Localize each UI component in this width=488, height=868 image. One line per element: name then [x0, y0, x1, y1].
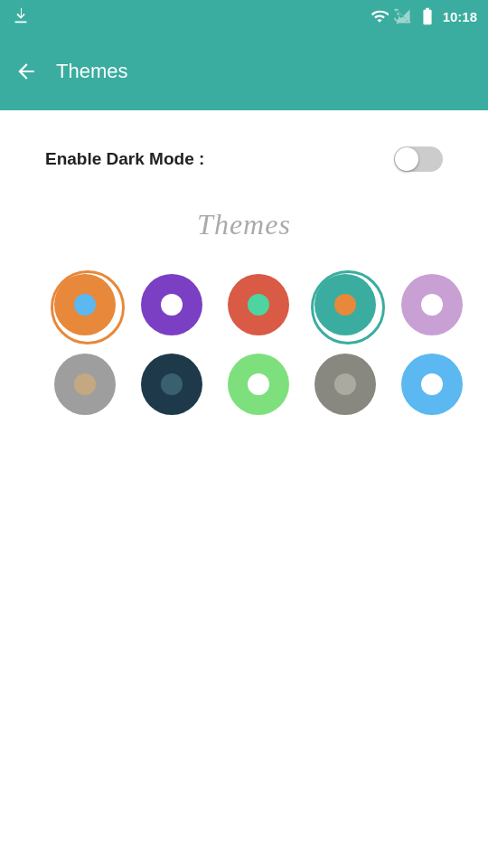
theme-light-green[interactable]: [228, 354, 289, 415]
theme-purple[interactable]: [141, 274, 202, 335]
circles-row-1: [45, 274, 443, 335]
theme-dark-navy[interactable]: [141, 354, 202, 415]
main-content: Enable Dark Mode : Themes: [0, 110, 488, 433]
status-bar-left: [11, 6, 31, 26]
theme-orange[interactable]: [54, 274, 116, 335]
battery-icon: [418, 6, 437, 26]
signal-off-icon: [394, 7, 412, 25]
dark-mode-row: Enable Dark Mode :: [45, 146, 443, 172]
wifi-icon: [371, 7, 389, 25]
circles-row-2: [45, 354, 443, 415]
theme-teal[interactable]: [314, 274, 376, 335]
theme-sky-blue[interactable]: [401, 354, 463, 415]
circles-grid: [45, 274, 443, 415]
app-bar-title: Themes: [56, 60, 127, 83]
back-icon: [14, 60, 38, 83]
toggle-knob: [395, 147, 418, 171]
theme-warm-gray[interactable]: [314, 354, 376, 415]
dark-mode-toggle[interactable]: [394, 146, 443, 172]
back-button[interactable]: [14, 60, 38, 83]
theme-gray[interactable]: [54, 354, 116, 415]
download-icon: [11, 6, 31, 26]
theme-lavender[interactable]: [401, 274, 463, 335]
status-bar-right: 10:18: [371, 6, 477, 26]
dark-mode-label: Enable Dark Mode :: [45, 149, 204, 169]
status-bar: 10:18: [0, 0, 488, 33]
status-time: 10:18: [443, 9, 477, 24]
theme-red[interactable]: [228, 274, 289, 335]
app-bar: Themes: [0, 33, 488, 110]
themes-section-title: Themes: [45, 208, 443, 241]
